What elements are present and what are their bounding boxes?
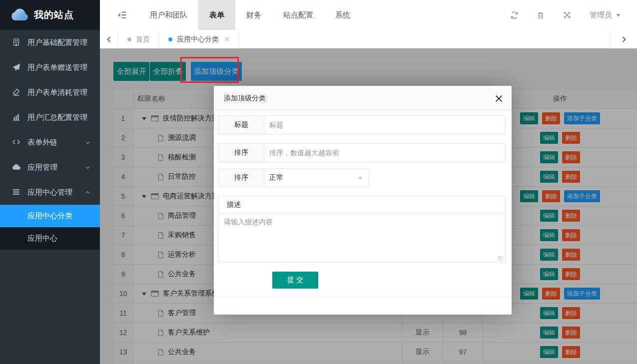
cloud-logo-icon — [10, 8, 29, 21]
menu-fold-icon[interactable] — [117, 9, 128, 20]
tab-label: 应用中心分类 — [177, 35, 219, 44]
sidebar-subitem-label: 应用中心 — [27, 234, 57, 243]
title-field-label: 标题 — [219, 116, 264, 134]
chevron-down-icon — [84, 139, 91, 146]
add-top-category-dialog: 添加顶级分类 标题 排序 排序 正常 描述 提 交 — [214, 86, 512, 315]
tabs-scroll-left-icon[interactable] — [100, 30, 118, 48]
submit-button[interactable]: 提 交 — [272, 272, 318, 289]
chevron-up-icon — [84, 189, 91, 196]
fullscreen-icon[interactable] — [563, 11, 572, 19]
sidebar-item-label: 用户汇总配置管理 — [27, 113, 87, 122]
send-icon — [12, 63, 21, 72]
dialog-title: 添加顶级分类 — [224, 94, 266, 103]
top-header: 我的站点 用户和团队表单财务站点配置系统 管理员 — [0, 0, 637, 30]
textarea-resize-handle[interactable] — [498, 256, 503, 261]
cloud-icon — [12, 163, 21, 172]
sidebar-item-label: 用户基础配置管理 — [27, 38, 87, 47]
top-nav-item[interactable]: 站点配置 — [272, 0, 324, 30]
annotation-highlight-box — [180, 57, 239, 83]
tab-bar: 首页应用中心分类 — [100, 30, 637, 48]
sidebar-item[interactable]: 应用中心管理 — [0, 180, 100, 205]
chevron-down-icon — [84, 164, 91, 171]
dialog-header: 添加顶级分类 — [214, 86, 512, 111]
top-nav-item-label: 站点配置 — [283, 10, 313, 20]
trash-icon[interactable] — [537, 11, 545, 19]
sidebar-item[interactable]: 用户汇总配置管理 — [0, 105, 100, 130]
description-textarea[interactable] — [218, 213, 506, 263]
tabs-scroll-right-icon[interactable] — [611, 30, 637, 48]
title-input[interactable] — [264, 116, 505, 134]
top-nav-item[interactable]: 表单 — [198, 0, 235, 30]
sidebar-item-label: 用户表单消耗管理 — [27, 88, 87, 97]
tab-label: 首页 — [136, 35, 150, 44]
list-icon — [12, 188, 21, 197]
top-nav-item-label: 表单 — [209, 10, 224, 20]
state-field-label: 排序 — [219, 169, 264, 187]
sort-input[interactable] — [264, 144, 505, 162]
description-field-label: 描述 — [218, 196, 506, 213]
building-icon — [12, 38, 21, 47]
dialog-footer-divider — [214, 296, 512, 297]
close-icon[interactable] — [494, 93, 504, 103]
top-nav-item[interactable]: 财务 — [235, 0, 272, 30]
sidebar-item-label: 用户表单赠送管理 — [27, 63, 87, 72]
bar-chart-icon — [12, 113, 21, 122]
top-nav-item-label: 系统 — [335, 10, 350, 20]
sidebar-item-label: 表单外链 — [27, 138, 57, 147]
sidebar-subitem-label: 应用中心分类 — [27, 211, 72, 221]
select-caret-down-icon — [357, 176, 363, 180]
user-label: 管理员 — [590, 10, 612, 20]
sidebar-subitem[interactable]: 应用中心 — [0, 227, 100, 250]
sidebar-item[interactable]: 表单外链 — [0, 130, 100, 155]
content-frame: 全部展开全部折叠添加顶级分类 权限名称操作1疫情防控解决方案编辑删除添加子分类2… — [100, 48, 637, 364]
sidebar-submenu: 应用中心分类应用中心 — [0, 205, 100, 250]
top-nav-item-label: 财务 — [246, 10, 261, 20]
brand-logo: 我的站点 — [0, 0, 100, 30]
refresh-icon[interactable] — [510, 11, 519, 19]
sidebar-item[interactable]: 应用管理 — [0, 155, 100, 180]
state-select-value: 正常 — [269, 173, 283, 182]
site-name: 我的站点 — [34, 8, 74, 21]
sidebar-item[interactable]: 用户表单消耗管理 — [0, 80, 100, 105]
top-nav-item-label: 用户和团队 — [150, 10, 187, 20]
tab-status-dot — [168, 37, 172, 41]
eraser-icon — [12, 88, 21, 97]
tab-status-dot — [127, 37, 131, 41]
tab-close-icon[interactable] — [224, 36, 230, 42]
user-menu[interactable]: 管理员 — [590, 10, 621, 20]
sidebar-item-label: 应用管理 — [27, 163, 57, 172]
sidebar-item-label: 应用中心管理 — [27, 188, 72, 197]
sidebar: 用户基础配置管理用户表单赠送管理用户表单消耗管理用户汇总配置管理表单外链应用管理… — [0, 30, 100, 364]
tab-active[interactable]: 应用中心分类 — [159, 30, 239, 48]
sidebar-item[interactable]: 用户表单赠送管理 — [0, 55, 100, 80]
top-nav-item[interactable]: 系统 — [324, 0, 361, 30]
sort-field-label: 排序 — [219, 144, 264, 162]
top-nav-item[interactable]: 用户和团队 — [139, 0, 198, 30]
sidebar-subitem[interactable]: 应用中心分类 — [0, 205, 100, 227]
sidebar-item[interactable]: 用户基础配置管理 — [0, 30, 100, 55]
caret-down-icon — [616, 13, 621, 17]
tab-item[interactable]: 首页 — [118, 30, 159, 48]
code-link-icon — [12, 138, 21, 147]
state-select[interactable]: 正常 — [264, 169, 368, 187]
